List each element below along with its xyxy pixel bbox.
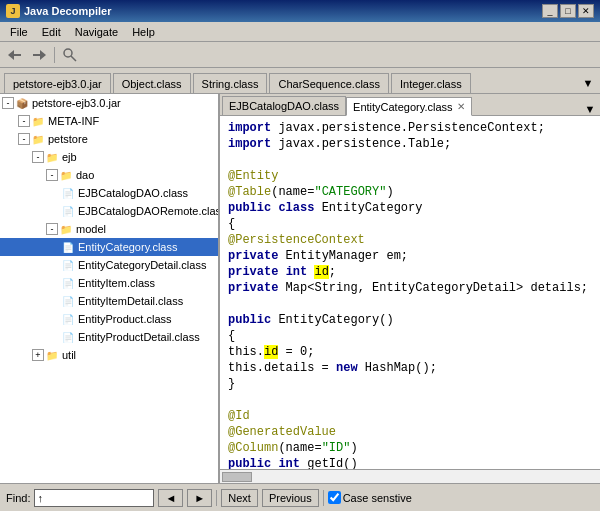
entityitemdetail-icon: 📄 [62, 294, 76, 308]
ejb-label: ejb [62, 149, 77, 165]
code-scroll-area[interactable]: import javax.persistence.PersistenceCont… [220, 116, 600, 469]
toggle-ejb[interactable]: - [32, 151, 44, 163]
menu-bar: File Edit Navigate Help [0, 22, 600, 42]
content-tab-entitycategory[interactable]: EntityCategory.class ✕ [346, 97, 471, 116]
entityproduct-icon: 📄 [62, 312, 76, 326]
code-line-blank-1 [220, 152, 600, 168]
metainf-label: META-INF [48, 113, 99, 129]
tab-petstore-jar[interactable]: petstore-ejb3.0.jar [4, 73, 111, 93]
code-line-blank-3 [220, 392, 600, 408]
tab-object-class[interactable]: Object.class [113, 73, 191, 93]
tree-ejb[interactable]: - 📁 ejb [0, 148, 218, 166]
kw-int-1: int [286, 265, 308, 279]
tree-entityitem[interactable]: 📄 EntityItem.class [0, 274, 218, 292]
toggle-util[interactable]: + [32, 349, 44, 361]
menu-navigate[interactable]: Navigate [69, 24, 124, 40]
util-label: util [62, 347, 76, 363]
code-line-this-details: this.details = new HashMap(); [220, 360, 600, 376]
class-name: EntityCategory [322, 201, 423, 215]
case-sensitive-checkbox[interactable] [328, 491, 341, 504]
table-open-paren: (name= [271, 185, 314, 199]
find-separator [216, 490, 217, 506]
tree-util[interactable]: + 📁 util [0, 346, 218, 364]
toggle-model[interactable]: - [46, 223, 58, 235]
content-tab-close-icon[interactable]: ✕ [457, 101, 465, 112]
tree-dao[interactable]: - 📁 dao [0, 166, 218, 184]
ann-persistencecontext: @PersistenceContext [228, 233, 365, 247]
code-line-blank-2 [220, 296, 600, 312]
ann-table: @Table [228, 185, 271, 199]
code-line-open-brace-1: { [220, 216, 600, 232]
close-button[interactable]: ✕ [578, 4, 594, 18]
forward-button[interactable] [28, 45, 50, 65]
content-tabs: EJBCatalogDAO.class EntityCategory.class… [220, 94, 600, 116]
ann-generatedvalue: @GeneratedValue [228, 425, 336, 439]
tab-charsequence-class[interactable]: CharSequence.class [269, 73, 389, 93]
tree-model[interactable]: - 📁 model [0, 220, 218, 238]
tree-entityproduct[interactable]: 📄 EntityProduct.class [0, 310, 218, 328]
entityitemdetail-label: EntityItemDetail.class [78, 293, 183, 309]
find-label: Find: [6, 492, 30, 504]
dao-icon: 📁 [60, 168, 74, 182]
h-scroll-thumb[interactable] [222, 472, 252, 482]
tree-entityproductdetail[interactable]: 📄 EntityProductDetail.class [0, 328, 218, 346]
main-area: - 📦 petstore-ejb3.0.jar - 📁 META-INF - 📁… [0, 94, 600, 483]
find-separator-2 [323, 490, 324, 506]
code-line-class-decl: public class EntityCategory [220, 200, 600, 216]
svg-line-5 [71, 56, 76, 61]
app-title: Java Decompiler [24, 5, 111, 17]
code-line-em-field: private EntityManager em; [220, 248, 600, 264]
toolbar [0, 42, 600, 68]
tree-petstore[interactable]: - 📁 petstore [0, 130, 218, 148]
code-line-close-brace-1: } [220, 376, 600, 392]
int-kw [278, 265, 285, 279]
kw-public-3: public [228, 457, 271, 469]
toggle-metainf[interactable]: - [18, 115, 30, 127]
code-line-open-brace-2: { [220, 328, 600, 344]
horizontal-scrollbar[interactable] [220, 469, 600, 483]
semi-1: ; [329, 265, 336, 279]
menu-help[interactable]: Help [126, 24, 161, 40]
entitycategory-icon: 📄 [62, 240, 76, 254]
constructor-name: EntityCategory() [271, 313, 393, 327]
find-next-button[interactable]: Next [221, 489, 258, 507]
minimize-button[interactable]: _ [542, 4, 558, 18]
maximize-button[interactable]: □ [560, 4, 576, 18]
find-prev-button[interactable]: Previous [262, 489, 319, 507]
find-prev-nav[interactable]: ◄ [158, 489, 183, 507]
tree-root-jar[interactable]: - 📦 petstore-ejb3.0.jar [0, 94, 218, 112]
entityitem-label: EntityItem.class [78, 275, 155, 291]
model-label: model [76, 221, 106, 237]
tree-entitycategory[interactable]: 📄 EntityCategory.class [0, 238, 218, 256]
toggle-dao[interactable]: - [46, 169, 58, 181]
find-next-nav[interactable]: ► [187, 489, 212, 507]
tree-entitycategorydetail[interactable]: 📄 EntityCategoryDetail.class [0, 256, 218, 274]
toggle-petstore[interactable]: - [18, 133, 30, 145]
search-button[interactable] [59, 45, 81, 65]
title-bar-content: J Java Decompiler [6, 4, 111, 18]
menu-edit[interactable]: Edit [36, 24, 67, 40]
find-input[interactable] [34, 489, 154, 507]
tree-metainf[interactable]: - 📁 META-INF [0, 112, 218, 130]
code-line-id-field: private int id; [220, 264, 600, 280]
kw-private-2: private [228, 265, 278, 279]
kw-class: class [278, 201, 314, 215]
tree-entityitemdetail[interactable]: 📄 EntityItemDetail.class [0, 292, 218, 310]
menu-file[interactable]: File [4, 24, 34, 40]
code-line-genvalue-ann: @GeneratedValue [220, 424, 600, 440]
entitycategorydetail-icon: 📄 [62, 258, 76, 272]
tab-string-class[interactable]: String.class [193, 73, 268, 93]
tabs-dropdown-button[interactable]: ▼ [580, 73, 596, 93]
tab-integer-class[interactable]: Integer.class [391, 73, 471, 93]
case-sensitive-label[interactable]: Case senstive [328, 491, 412, 504]
str-id: "ID" [322, 441, 351, 455]
model-icon: 📁 [60, 222, 74, 236]
window-controls[interactable]: _ □ ✕ [542, 4, 594, 18]
app-icon: J [6, 4, 20, 18]
toggle-jar[interactable]: - [2, 97, 14, 109]
back-button[interactable] [4, 45, 26, 65]
tree-ejbcatalogdao[interactable]: 📄 EJBCatalogDAO.class [0, 184, 218, 202]
content-tabs-dropdown[interactable]: ▼ [582, 103, 598, 115]
content-tab-ejbcatalogdao[interactable]: EJBCatalogDAO.class [222, 96, 346, 115]
tree-ejbcatalogdaoremote[interactable]: 📄 EJBCatalogDAORemote.class [0, 202, 218, 220]
